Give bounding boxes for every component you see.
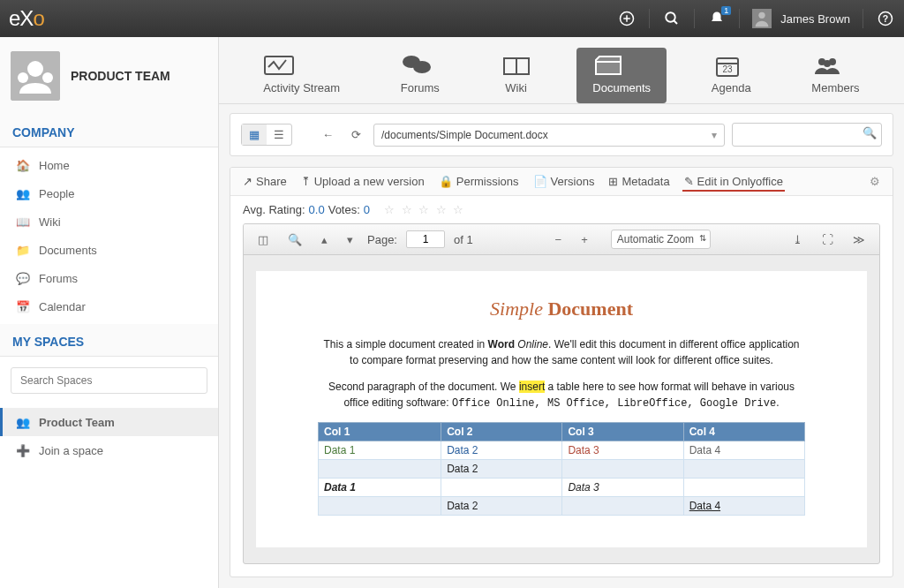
tab-activity-stream[interactable]: Activity Stream xyxy=(247,48,356,103)
table-cell: Data 1 xyxy=(319,441,441,460)
tab-label: Forums xyxy=(401,81,440,94)
sidebar: PRODUCT TEAM COMPANY 🏠Home👥People📖Wiki📁D… xyxy=(0,37,219,588)
table-header: Col 1 xyxy=(319,423,441,441)
table-cell xyxy=(319,497,441,516)
content: Activity StreamForumsWikiDocuments23Agen… xyxy=(219,37,904,588)
zoom-in-button[interactable]: + xyxy=(576,231,593,248)
doc-search-input[interactable] xyxy=(732,123,882,147)
tab-icon: 23 xyxy=(712,53,751,78)
tab-icon xyxy=(592,53,651,78)
svg-line-4 xyxy=(674,20,678,24)
tab-icon xyxy=(401,53,440,78)
more-icon[interactable]: ≫ xyxy=(848,231,870,248)
doc-paragraph: Second paragraph of the document. We ins… xyxy=(318,379,805,411)
back-button[interactable]: ← xyxy=(317,126,339,143)
notification-icon[interactable]: 1 xyxy=(707,9,727,28)
settings-icon[interactable]: ⚙ xyxy=(870,175,880,188)
team-name: PRODUCT TEAM xyxy=(71,69,170,83)
svg-point-12 xyxy=(42,72,53,83)
space-item[interactable]: 👥Product Team xyxy=(0,408,218,436)
table-cell: Data 2 xyxy=(441,460,562,479)
section-company: COMPANY xyxy=(0,115,218,147)
sidebar-item-calendar[interactable]: 📅Calendar xyxy=(0,292,218,320)
grid-view-button[interactable]: ▦ xyxy=(242,124,267,145)
path-input[interactable]: /documents/Simple Document.docx ▾ xyxy=(373,124,725,147)
zoom-select[interactable]: Automatic Zoom xyxy=(611,230,711,249)
table-cell: Data 3 xyxy=(562,479,683,497)
table-cell xyxy=(441,479,562,497)
tab-label: Documents xyxy=(592,81,651,94)
tab-icon xyxy=(263,53,340,78)
tab-label: Agenda xyxy=(712,81,751,94)
doc-paragraph: This a simple document created in Word O… xyxy=(318,336,805,368)
table-cell xyxy=(562,497,683,516)
nav-icon: 📅 xyxy=(16,299,30,313)
table-row: Data 1Data 3 xyxy=(319,479,805,497)
nav-icon: 👥 xyxy=(16,186,30,200)
svg-point-10 xyxy=(27,61,43,77)
tab-forums[interactable]: Forums xyxy=(385,48,456,103)
download-icon[interactable]: ⤓ xyxy=(787,231,808,248)
sidebar-item-forums[interactable]: 💬Forums xyxy=(0,264,218,292)
sidebar-item-people[interactable]: 👥People xyxy=(0,179,218,207)
logo[interactable]: eXo xyxy=(9,6,44,31)
edit-onlyoffice-button[interactable]: ✎ Edit in Onlyoffice xyxy=(684,175,783,188)
table-cell: Data 2 xyxy=(441,497,562,516)
svg-text:23: 23 xyxy=(722,64,733,74)
tab-label: Wiki xyxy=(505,81,527,94)
nav-icon: ➕ xyxy=(16,443,30,457)
tab-wiki[interactable]: Wiki xyxy=(485,48,548,103)
page-input[interactable] xyxy=(406,230,445,248)
table-cell: Data 1 xyxy=(319,479,441,497)
sidebar-item-documents[interactable]: 📁Documents xyxy=(0,236,218,264)
table-row: Data 2Data 4 xyxy=(319,497,805,516)
table-cell xyxy=(562,460,683,479)
refresh-button[interactable]: ⟳ xyxy=(346,126,366,143)
nav-label: Calendar xyxy=(39,300,86,313)
next-page-button[interactable]: ▾ xyxy=(342,231,358,248)
nav-icon: 📁 xyxy=(16,243,30,257)
table-header: Col 3 xyxy=(562,423,683,441)
path-text: /documents/Simple Document.docx xyxy=(381,129,548,141)
nav-icon: 💬 xyxy=(16,271,30,285)
svg-point-15 xyxy=(413,61,431,73)
search-icon[interactable] xyxy=(662,9,682,28)
notification-badge: 1 xyxy=(721,6,731,15)
sidebar-item-home[interactable]: 🏠Home xyxy=(0,151,218,179)
table-cell xyxy=(319,460,441,479)
table-row: Data 1Data 2Data 3Data 4 xyxy=(319,441,805,460)
table-header: Col 4 xyxy=(683,423,804,441)
tab-documents[interactable]: Documents xyxy=(576,48,667,103)
space-item[interactable]: ➕Join a space xyxy=(0,436,218,464)
svg-point-11 xyxy=(18,72,28,83)
help-icon[interactable]: ? xyxy=(876,9,895,28)
topbar: eXo 1 James Brown ? xyxy=(0,0,904,37)
permissions-button[interactable]: 🔒 Permissions xyxy=(439,175,519,188)
sidebar-toggle-icon[interactable]: ◫ xyxy=(252,231,274,248)
list-view-button[interactable]: ☰ xyxy=(267,124,291,145)
nav-label: Documents xyxy=(39,244,97,257)
share-button[interactable]: ↗ Share xyxy=(243,175,287,188)
nav-label: Home xyxy=(39,159,70,172)
table-cell: Data 4 xyxy=(683,497,804,516)
add-icon[interactable] xyxy=(617,9,637,28)
viewer-toolbar: ◫ 🔍 ▴ ▾ Page: of 1 − + Automatic Zoom ⤓ … xyxy=(244,224,879,255)
table-cell: Data 2 xyxy=(441,441,562,460)
fullscreen-icon[interactable]: ⛶ xyxy=(817,231,839,248)
upload-button[interactable]: ⤒ Upload a new version xyxy=(301,175,425,188)
actionbar: ↗ Share ⤒ Upload a new version 🔒 Permiss… xyxy=(230,168,893,196)
prev-page-button[interactable]: ▴ xyxy=(316,231,333,248)
nav-label: Join a space xyxy=(39,444,103,457)
find-icon[interactable]: 🔍 xyxy=(282,231,307,248)
metadata-button[interactable]: ⊞ Metadata xyxy=(608,175,669,188)
username: James Brown xyxy=(780,12,850,26)
versions-button[interactable]: 📄 Versions xyxy=(533,175,595,188)
tab-agenda[interactable]: 23Agenda xyxy=(696,48,767,103)
search-spaces-input[interactable] xyxy=(11,367,207,394)
user-menu[interactable]: James Brown xyxy=(752,9,850,28)
table-cell xyxy=(683,460,804,479)
tab-members[interactable]: Members xyxy=(795,48,875,103)
star-rating[interactable]: ☆ ☆ ☆ ☆ ☆ xyxy=(384,203,465,216)
sidebar-item-wiki[interactable]: 📖Wiki xyxy=(0,207,218,236)
zoom-out-button[interactable]: − xyxy=(550,231,568,248)
